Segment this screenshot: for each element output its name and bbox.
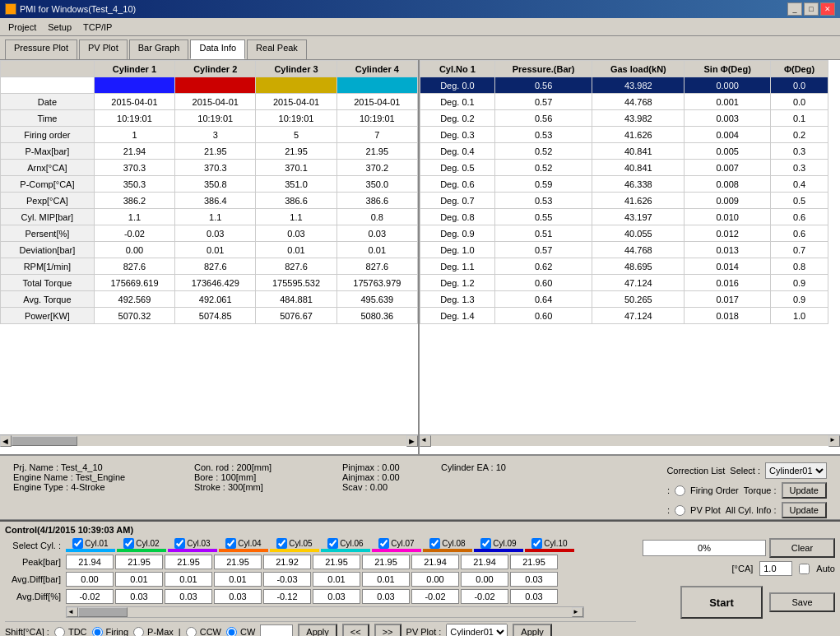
- cyl-1-avgdiffpct-input[interactable]: [66, 589, 114, 604]
- menu-tcpip[interactable]: TCP/IP: [78, 21, 117, 34]
- sinphi-cell: 0.003: [685, 110, 771, 127]
- cyl-1-avgdiff-input[interactable]: [66, 572, 114, 587]
- tab-data-info[interactable]: Data Info: [190, 39, 245, 59]
- cyl-7-avgdiffpct-input[interactable]: [362, 589, 410, 604]
- menu-setup[interactable]: Setup: [43, 21, 77, 34]
- maximize-button[interactable]: □: [804, 2, 819, 16]
- cyl-2-avgdiffpct-input[interactable]: [115, 589, 163, 604]
- cyl-7-peak-input[interactable]: [362, 555, 410, 569]
- cyl-scroll-thumb[interactable]: [78, 607, 128, 617]
- sinphi-cell: 0.017: [685, 291, 771, 308]
- cyl-3-avgdiff-input[interactable]: [165, 572, 212, 587]
- cyl-1-peak-input[interactable]: [66, 555, 114, 569]
- tab-pv-plot[interactable]: PV Plot: [79, 39, 128, 59]
- clear-button[interactable]: Clear: [769, 538, 835, 558]
- prev-button[interactable]: <<: [342, 624, 369, 636]
- right-table-row[interactable]: Deg. 1.30.6450.2650.0170.9: [420, 291, 828, 308]
- right-table-row[interactable]: Deg. 0.60.5946.3380.0080.4: [420, 176, 828, 193]
- cyl-2-checkbox[interactable]: [123, 538, 134, 549]
- cyl-6-avgdiffpct-input[interactable]: [313, 589, 360, 604]
- cyl-10-peak-input[interactable]: [510, 555, 558, 569]
- tdc-radio[interactable]: [54, 627, 65, 637]
- right-table-row[interactable]: Deg. 0.40.5240.8410.0050.3: [420, 143, 828, 160]
- right-table-row[interactable]: Deg. 1.10.6248.6950.0140.8: [420, 258, 828, 275]
- right-table-row[interactable]: Deg. 1.40.6047.1240.0181.0: [420, 308, 828, 324]
- cyl-3-avgdiffpct-input[interactable]: [165, 589, 212, 604]
- torque-update-button[interactable]: Update: [782, 482, 827, 499]
- cyl-2-peak-input[interactable]: [115, 555, 163, 569]
- cyl-scroll-left[interactable]: ◄: [67, 607, 78, 617]
- cyl-2-avgdiff-input[interactable]: [115, 572, 163, 587]
- tab-pressure-plot[interactable]: Pressure Plot: [5, 39, 77, 59]
- right-table-row[interactable]: Deg. 0.30.5341.6260.0040.2: [420, 127, 828, 143]
- right-table-row[interactable]: Deg. 1.20.6047.1240.0160.9: [420, 275, 828, 291]
- pv-plot-select[interactable]: Cylinder01: [446, 624, 508, 636]
- cyl-5-peak-input[interactable]: [263, 555, 311, 569]
- scroll-left-btn[interactable]: ◄: [0, 435, 12, 447]
- tab-real-peak[interactable]: Real Peak: [247, 39, 307, 59]
- apply2-button[interactable]: Apply: [513, 624, 552, 636]
- hscroll-thumb-left[interactable]: [12, 436, 77, 446]
- cyl-7-checkbox[interactable]: [378, 538, 389, 549]
- cyl-8-avgdiff-input[interactable]: [411, 572, 459, 587]
- cyl-10-avgdiff-input[interactable]: [510, 572, 558, 587]
- firing-radio[interactable]: [92, 627, 103, 637]
- minimize-button[interactable]: _: [787, 2, 802, 16]
- auto-checkbox[interactable]: [799, 564, 810, 574]
- cyl-9-checkbox[interactable]: [480, 538, 491, 549]
- cyl-8-checkbox[interactable]: [429, 538, 440, 549]
- cyl-6-peak-input[interactable]: [313, 555, 360, 569]
- right-table-row[interactable]: Deg. 0.80.5543.1970.0100.6: [420, 209, 828, 225]
- tab-bar-graph[interactable]: Bar Graph: [129, 39, 189, 59]
- save-button[interactable]: Save: [769, 592, 835, 612]
- cyl-4-peak-input[interactable]: [214, 555, 262, 569]
- cyl-6-avgdiff-input[interactable]: [313, 572, 360, 587]
- ccw-radio[interactable]: [186, 627, 197, 637]
- cyl-5-checkbox[interactable]: [276, 538, 287, 549]
- next-button[interactable]: >>: [374, 624, 401, 636]
- cyl-9-avgdiff-input[interactable]: [461, 572, 508, 587]
- cyl-9-avgdiffpct-input[interactable]: [461, 589, 508, 604]
- stroke-label: Stroke :: [194, 482, 225, 492]
- right-table-row[interactable]: Deg. 0.70.5341.6260.0090.5: [420, 193, 828, 209]
- close-button[interactable]: ✕: [820, 2, 835, 16]
- all-cyl-update-button[interactable]: Update: [782, 502, 827, 518]
- scroll-right-btn2[interactable]: ►: [828, 435, 840, 447]
- right-table-row[interactable]: Deg. 0.10.5744.7680.0010.0: [420, 94, 828, 110]
- apply-button[interactable]: Apply: [298, 624, 337, 636]
- cyl-10-checkbox[interactable]: [531, 538, 542, 549]
- right-table-row[interactable]: Deg. 0.00.5643.9820.0000.0: [420, 77, 828, 94]
- cyl-3-checkbox[interactable]: [174, 538, 185, 549]
- scroll-right-btn[interactable]: ►: [406, 435, 418, 447]
- cyl-7-avgdiff-input[interactable]: [362, 572, 410, 587]
- pv-plot-radio[interactable]: [675, 505, 685, 516]
- scroll-left-btn2[interactable]: ◄: [420, 435, 431, 447]
- cyl-scroll-right[interactable]: ►: [572, 607, 583, 617]
- cyl-9-peak-input[interactable]: [461, 555, 508, 569]
- cw-radio[interactable]: [226, 627, 237, 637]
- right-table-row[interactable]: Deg. 0.50.5240.8410.0070.3: [420, 160, 828, 176]
- cyl-4-avgdiffpct-input[interactable]: [214, 589, 262, 604]
- right-table-row[interactable]: Deg. 1.00.5744.7680.0130.7: [420, 242, 828, 258]
- cyl-8-peak-input[interactable]: [411, 555, 459, 569]
- firing-order-radio[interactable]: [675, 485, 685, 496]
- start-button[interactable]: Start: [680, 586, 763, 619]
- ca-value-input[interactable]: [759, 561, 792, 576]
- cyl-6-checkbox[interactable]: [327, 538, 338, 549]
- title-controls[interactable]: _ □ ✕: [787, 2, 835, 16]
- cyl-4-checkbox[interactable]: [225, 538, 236, 549]
- pmax-radio[interactable]: [133, 627, 144, 637]
- cyl-5-avgdiffpct-input[interactable]: [263, 589, 311, 604]
- cyl-1-checkbox[interactable]: [72, 538, 83, 549]
- right-table-row[interactable]: Deg. 0.20.5643.9820.0030.1: [420, 110, 828, 127]
- menu-project[interactable]: Project: [3, 21, 41, 34]
- cyl-8-avgdiffpct-input[interactable]: [411, 589, 459, 604]
- cylinder-select[interactable]: Cylinder01: [765, 462, 827, 479]
- right-table-row[interactable]: Deg. 0.90.5140.0550.0120.6: [420, 225, 828, 242]
- cyl-3-peak-input[interactable]: [165, 555, 212, 569]
- pressure-cell: 0.60: [494, 275, 592, 291]
- cyl-4-avgdiff-input[interactable]: [214, 572, 262, 587]
- cyl-5-avgdiff-input[interactable]: [263, 572, 311, 587]
- cyl-10-avgdiffpct-input[interactable]: [510, 589, 558, 604]
- shift-value-input[interactable]: [260, 624, 293, 636]
